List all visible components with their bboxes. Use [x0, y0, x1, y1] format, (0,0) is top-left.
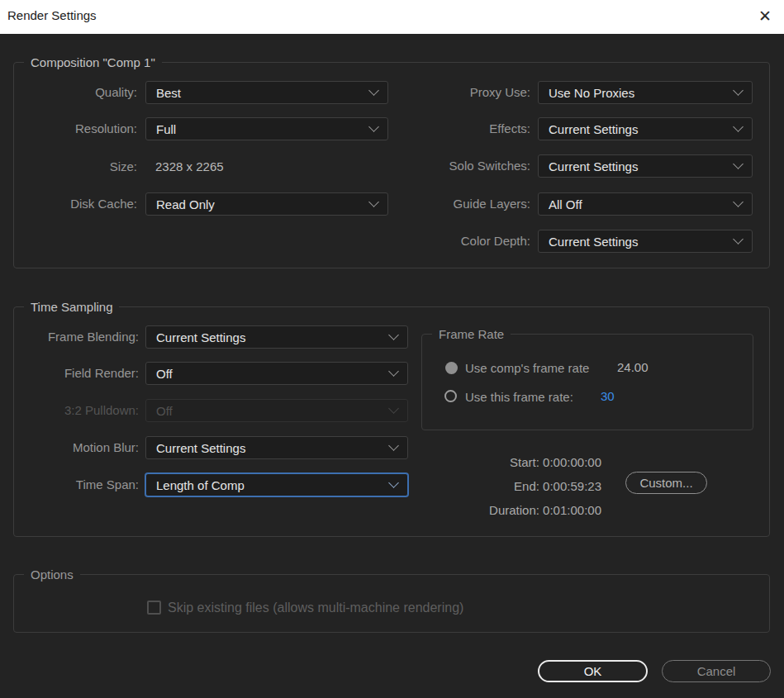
chevron-down-icon — [368, 197, 379, 207]
pulldown-value: Off — [156, 404, 173, 418]
skip-existing-label: Skip existing files (allows multi-machin… — [168, 600, 463, 616]
solo-switches-dropdown[interactable]: Current Settings — [538, 154, 753, 178]
proxy-use-label: Proxy Use: — [380, 81, 530, 104]
chevron-down-icon — [388, 477, 399, 488]
proxy-use-value: Use No Proxies — [549, 86, 634, 100]
time-span-value: Length of Comp — [156, 478, 245, 492]
guide-layers-label: Guide Layers: — [380, 192, 530, 216]
field-render-value: Off — [156, 367, 173, 381]
custom-button[interactable]: Custom... — [625, 472, 707, 494]
comp-frame-rate-value: 24.00 — [617, 360, 649, 375]
quality-dropdown[interactable]: Best — [145, 81, 388, 104]
solo-switches-label: Solo Switches: — [380, 154, 530, 178]
resolution-value: Full — [156, 122, 176, 136]
frame-rate-group-title: Frame Rate — [432, 325, 511, 343]
chevron-down-icon — [388, 403, 399, 414]
field-render-label: Field Render: — [13, 362, 139, 385]
ok-button-label: OK — [584, 664, 602, 678]
frame-blending-dropdown[interactable]: Current Settings — [145, 325, 408, 349]
use-comp-frame-rate-label: Use comp's frame rate — [465, 361, 589, 376]
guide-layers-dropdown[interactable]: All Off — [538, 192, 753, 216]
chevron-down-icon — [733, 234, 744, 245]
guide-layers-value: All Off — [549, 197, 582, 211]
disk-cache-label: Disk Cache: — [13, 192, 137, 216]
pulldown-dropdown: Off — [145, 399, 408, 422]
quality-value: Best — [156, 86, 181, 100]
effects-label: Effects: — [380, 117, 530, 140]
resolution-dropdown[interactable]: Full — [145, 117, 388, 140]
this-frame-rate-value[interactable]: 30 — [601, 389, 615, 404]
close-icon[interactable]: ✕ — [753, 6, 777, 27]
frame-blending-label: Frame Blending: — [13, 325, 139, 349]
chevron-down-icon — [388, 366, 399, 377]
cancel-button-label: Cancel — [697, 664, 736, 678]
chevron-down-icon — [368, 121, 379, 132]
disk-cache-dropdown[interactable]: Read Only — [145, 192, 388, 216]
frame-rate-group: Frame Rate — [421, 334, 753, 430]
size-label: Size: — [13, 155, 137, 178]
chevron-down-icon — [733, 197, 744, 207]
chevron-down-icon — [733, 121, 744, 132]
start-time: Start: 0:00:00:00 — [430, 455, 601, 469]
motion-blur-dropdown[interactable]: Current Settings — [145, 436, 408, 459]
time-span-dropdown[interactable]: Length of Comp — [145, 473, 408, 496]
use-comp-frame-rate-radio[interactable] — [445, 362, 458, 374]
ok-button[interactable]: OK — [538, 660, 648, 682]
pulldown-label: 3:2 Pulldown: — [13, 399, 139, 422]
solo-switches-value: Current Settings — [549, 159, 638, 173]
use-this-frame-rate-radio[interactable] — [444, 390, 457, 402]
chevron-down-icon — [733, 159, 744, 169]
time-sampling-group-title: Time Sampling — [24, 298, 119, 316]
dialog-title: Render Settings — [7, 8, 97, 22]
chevron-down-icon — [368, 85, 379, 96]
dialog-titlebar: Render Settings ✕ — [0, 0, 784, 34]
dialog-body: Composition "Comp 1" Quality: Best Resol… — [0, 34, 784, 698]
composition-group-title: Composition "Comp 1" — [24, 54, 162, 71]
use-this-frame-rate-label: Use this frame rate: — [465, 390, 573, 405]
color-depth-value: Current Settings — [549, 235, 638, 249]
end-time: End: 0:00:59:23 — [430, 479, 601, 493]
chevron-down-icon — [388, 330, 399, 340]
motion-blur-value: Current Settings — [156, 441, 245, 455]
skip-existing-checkbox — [147, 601, 161, 615]
cancel-button[interactable]: Cancel — [662, 660, 771, 682]
chevron-down-icon — [388, 440, 399, 451]
size-value: 2328 x 2265 — [155, 155, 224, 178]
resolution-label: Resolution: — [13, 117, 137, 140]
frame-blending-value: Current Settings — [156, 330, 245, 344]
color-depth-label: Color Depth: — [380, 230, 530, 253]
time-span-label: Time Span: — [13, 473, 139, 496]
duration-time: Duration: 0:01:00:00 — [430, 503, 601, 517]
effects-dropdown[interactable]: Current Settings — [538, 117, 753, 140]
effects-value: Current Settings — [549, 122, 638, 136]
chevron-down-icon — [733, 85, 744, 96]
field-render-dropdown[interactable]: Off — [145, 362, 408, 385]
quality-label: Quality: — [13, 81, 137, 104]
options-group-title: Options — [24, 566, 80, 583]
motion-blur-label: Motion Blur: — [13, 436, 139, 459]
disk-cache-value: Read Only — [156, 197, 215, 211]
proxy-use-dropdown[interactable]: Use No Proxies — [538, 81, 753, 104]
custom-button-label: Custom... — [639, 476, 692, 490]
color-depth-dropdown[interactable]: Current Settings — [538, 230, 753, 253]
